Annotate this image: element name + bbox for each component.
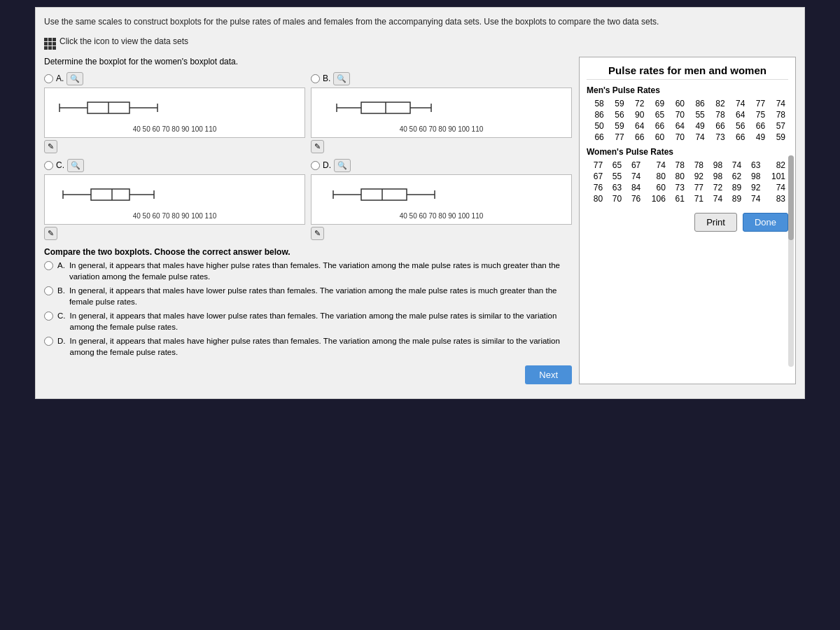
compare-option-c[interactable]: C. In general, it appears that males hav…: [44, 310, 572, 332]
option-a-radio[interactable]: [44, 74, 53, 83]
done-button[interactable]: Done: [743, 213, 788, 232]
print-button[interactable]: Print: [694, 213, 737, 232]
option-a-icons: 🔍: [66, 72, 83, 85]
option-b-boxplot: 40 50 60 70 80 90 100 110: [311, 88, 572, 138]
table-cell: 59: [607, 120, 627, 132]
scroll-bar[interactable]: [788, 155, 794, 368]
next-button[interactable]: Next: [525, 365, 572, 384]
table-cell: 80: [643, 171, 668, 182]
compare-option-d-prefix: D.: [57, 335, 66, 346]
option-a-edit-btn[interactable]: ✎: [44, 140, 57, 153]
compare-radio-b[interactable]: [44, 286, 53, 295]
table-row: 86569065705578647578: [587, 109, 788, 120]
option-a-extra-icons: ✎: [44, 140, 57, 153]
table-cell: 61: [668, 193, 687, 204]
option-c-edit-btn[interactable]: ✎: [44, 227, 57, 240]
option-c-icons: 🔍: [67, 159, 84, 172]
table-cell: 75: [748, 109, 768, 120]
table-cell: 69: [647, 98, 667, 109]
table-cell: 60: [647, 132, 667, 143]
table-row: 77656774787898746382: [587, 160, 788, 171]
compare-radio-a[interactable]: [44, 261, 53, 270]
compare-option-c-text: In general, it appears that males have l…: [70, 310, 573, 332]
compare-radio-d[interactable]: [44, 337, 53, 346]
table-cell: 74: [706, 193, 725, 204]
compare-radio-c[interactable]: [44, 312, 53, 321]
option-b-edit-btn[interactable]: ✎: [311, 140, 324, 153]
table-row: 50596466644966566657: [587, 120, 788, 132]
table-cell: 49: [687, 120, 708, 132]
mens-section-title: Men's Pulse Rates: [587, 85, 788, 95]
table-cell: 78: [708, 109, 728, 120]
compare-option-a[interactable]: A. In general, it appears that males hav…: [44, 260, 572, 282]
compare-option-d[interactable]: D. In general, it appears that males hav…: [44, 335, 572, 358]
table-cell: 78: [668, 160, 687, 171]
option-c-radio-row[interactable]: C. 🔍: [44, 159, 84, 172]
table-cell: 70: [667, 109, 687, 120]
option-c-item: C. 🔍: [44, 159, 305, 240]
table-cell: 82: [763, 160, 788, 171]
table-cell: 70: [667, 132, 687, 143]
table-cell: 55: [606, 171, 624, 182]
table-cell: 80: [668, 171, 687, 182]
option-a-search-btn[interactable]: 🔍: [66, 72, 83, 85]
option-d-radio-row[interactable]: D. 🔍: [311, 159, 351, 172]
btn-row: Print Done: [587, 213, 788, 232]
table-cell: 80: [587, 193, 606, 204]
option-b-search-btn[interactable]: 🔍: [333, 72, 350, 85]
option-c-extra-icons: ✎: [44, 227, 57, 240]
womens-data-table: 7765677478789874638267557480809298629810…: [587, 160, 788, 204]
womens-section-title: Women's Pulse Rates: [587, 147, 788, 157]
option-d-item: D. 🔍: [311, 159, 572, 240]
option-d-search-btn[interactable]: 🔍: [334, 159, 351, 172]
option-d-svg: [316, 179, 456, 211]
table-cell: 66: [587, 132, 607, 143]
mens-data-table: 5859726960868274777486569065705578647578…: [587, 98, 788, 143]
option-b-icons: 🔍: [333, 72, 350, 85]
table-cell: 55: [687, 109, 708, 120]
table-cell: 57: [768, 120, 788, 132]
table-cell: 66: [748, 120, 768, 132]
option-b-radio[interactable]: [311, 74, 320, 83]
compare-option-b[interactable]: B. In general, it appears that males hav…: [44, 285, 572, 307]
option-a-item: A. 🔍: [44, 72, 305, 153]
table-cell: 67: [587, 171, 606, 182]
top-instruction: Use the same scales to construct boxplot…: [44, 16, 796, 28]
table-cell: 89: [725, 182, 744, 193]
table-row: 76638460737772899274: [587, 182, 788, 193]
main-container: Use the same scales to construct boxplot…: [35, 7, 805, 399]
option-d-edit-btn[interactable]: ✎: [311, 227, 324, 240]
table-cell: 86: [687, 98, 708, 109]
table-cell: 60: [667, 98, 687, 109]
compare-option-b-prefix: B.: [57, 285, 65, 296]
option-c-svg: [49, 179, 189, 211]
data-sets-link[interactable]: Click the icon to view the data sets: [44, 34, 796, 50]
option-c-boxplot: 40 50 60 70 80 90 100 110: [44, 174, 305, 225]
table-cell: 65: [606, 160, 624, 171]
option-d-radio[interactable]: [311, 161, 320, 170]
table-cell: 73: [668, 182, 687, 193]
option-a-radio-row[interactable]: A. 🔍: [44, 72, 83, 85]
option-b-extra-icons: ✎: [311, 140, 324, 153]
table-cell: 66: [708, 120, 728, 132]
table-cell: 56: [607, 109, 627, 120]
option-c-search-btn[interactable]: 🔍: [67, 159, 84, 172]
option-c-radio[interactable]: [44, 161, 53, 170]
determine-label: Determine the boxplot for the women's bo…: [44, 57, 572, 66]
option-b-radio-row[interactable]: B. 🔍: [311, 72, 350, 85]
right-panel: Pulse rates for men and women Men's Puls…: [579, 57, 796, 384]
table-cell: 84: [624, 182, 643, 193]
table-cell: 83: [763, 193, 788, 204]
table-cell: 70: [606, 193, 624, 204]
table-cell: 66: [627, 132, 648, 143]
option-a-axis: 40 50 60 70 80 90 100 110: [49, 125, 300, 133]
table-cell: 74: [725, 160, 744, 171]
table-cell: 59: [607, 98, 627, 109]
table-cell: 78: [687, 160, 706, 171]
table-cell: 82: [708, 98, 728, 109]
table-cell: 98: [744, 171, 763, 182]
table-cell: 74: [763, 182, 788, 193]
option-b-axis: 40 50 60 70 80 90 100 110: [316, 125, 567, 133]
table-cell: 76: [624, 193, 643, 204]
table-cell: 76: [587, 182, 606, 193]
